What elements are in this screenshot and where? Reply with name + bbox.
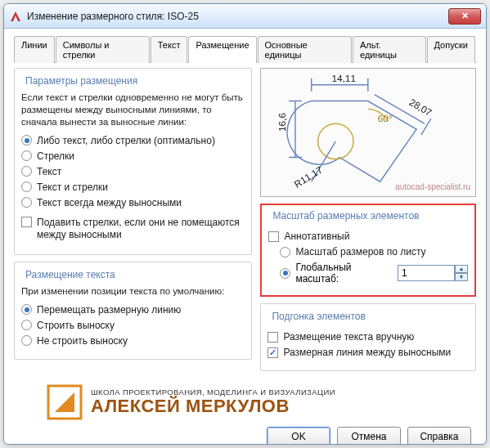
scale-global-spinner[interactable]: ▲▼ [398,265,468,281]
tab-fit[interactable]: Размещение [188,36,256,63]
cancel-button[interactable]: Отмена [337,427,401,445]
fit-legend: Параметры размещения [23,75,140,87]
radio-icon [21,304,32,315]
checkbox-icon [267,347,278,358]
textplace-intro: При изменении позиции текста по умолчани… [21,285,245,298]
radio-icon [21,181,32,192]
tab-symbols-arrows[interactable]: Символы и стрелки [56,36,150,63]
scale-global-label: Глобальный масштаб: [295,262,393,284]
spin-up-icon[interactable]: ▲ [455,265,468,273]
svg-text:60°: 60° [378,113,393,124]
help-button[interactable]: Справка [407,427,471,445]
radio-icon [21,320,32,330]
titlebar[interactable]: Изменение размерного стиля: ISO-25 ✕ [4,4,486,29]
window-title: Изменение размерного стиля: ISO-25 [27,11,448,22]
radio-icon [21,197,32,208]
fit-suppress-arrows[interactable]: Подавить стрелки, если они не помещаются… [21,217,245,242]
spin-down-icon[interactable]: ▼ [455,273,468,281]
scale-highlight-box: Масштаб размерных элементов Аннотативный… [260,204,476,297]
svg-marker-8 [55,392,74,412]
tab-bar: Линии Символы и стрелки Текст Размещение… [14,35,476,63]
fit-opt-text[interactable]: Текст [21,166,245,177]
textplace-opt-no-leader[interactable]: Не строить выноску [21,335,245,347]
fine-legend: Подгонка элементов [269,311,367,322]
fit-opt-either[interactable]: Либо текст, либо стрелки (оптимально) [21,135,245,146]
checkbox-icon [268,231,279,242]
fit-intro: Если текст и стрелки одновременно не мог… [21,92,245,128]
button-bar: OK Отмена Справка [14,427,476,445]
textplace-legend: Размещение текста [23,269,118,280]
scale-layout[interactable]: Масштаб размеров по листу [268,246,468,258]
tab-alt-units[interactable]: Альт. единицы [353,36,426,63]
checkbox-icon [21,217,32,227]
radio-icon [21,166,32,177]
textplace-opt-move-line[interactable]: Перемещать размерную линию [21,304,245,316]
svg-text:R11,17: R11,17 [292,164,325,190]
radio-icon [21,150,32,161]
svg-point-1 [318,123,353,159]
fine-tuning-group: Подгонка элементов Размещение текста вру… [260,303,476,371]
fit-opt-both[interactable]: Текст и стрелки [21,181,245,193]
app-icon [9,10,22,23]
radio-icon [21,135,32,146]
tab-text[interactable]: Текст [151,36,188,63]
scale-annotative[interactable]: Аннотативный [268,231,468,242]
logo-block: ШКОЛА ПРОЕКТИРОВАНИЯ, МОДЕЛИНГА И ВИЗУАЛ… [14,381,476,422]
watermark: autocad-specialist.ru [395,182,470,191]
tab-tolerances[interactable]: Допуски [427,36,475,63]
fit-options-group: Параметры размещения Если текст и стрелк… [14,68,252,255]
logo-icon [47,384,83,420]
svg-text:14,11: 14,11 [332,73,357,84]
scale-legend: Масштаб размерных элементов [270,210,421,222]
checkbox-icon [267,332,278,343]
svg-marker-0 [11,11,20,21]
textplace-opt-leader[interactable]: Строить выноску [21,320,245,331]
svg-text:16,6: 16,6 [276,113,288,132]
radio-icon [21,335,32,346]
ok-button[interactable]: OK [267,427,330,445]
fit-opt-always-between[interactable]: Текст всегда между выносными [21,197,245,208]
tab-primary-units[interactable]: Основные единицы [258,36,352,63]
tab-lines[interactable]: Линии [14,36,55,63]
fine-dim-between[interactable]: Размерная линия между выносными [267,347,469,358]
close-button[interactable]: ✕ [448,8,481,25]
text-placement-group: Размещение текста При изменении позиции … [14,262,252,360]
fit-opt-arrows[interactable]: Стрелки [21,150,245,162]
radio-icon[interactable] [280,268,290,279]
radio-icon [280,247,290,258]
scale-global-input[interactable] [398,265,455,281]
fine-manual[interactable]: Размещение текста вручную [267,331,469,343]
scale-global-row: Глобальный масштаб: ▲▼ [268,262,468,284]
logo-title: АЛЕКСЕЙ МЕРКУЛОВ [91,396,335,416]
dimension-preview: 14,11 16,6 28,07 60° R11,17 autocad-spec… [260,68,476,197]
